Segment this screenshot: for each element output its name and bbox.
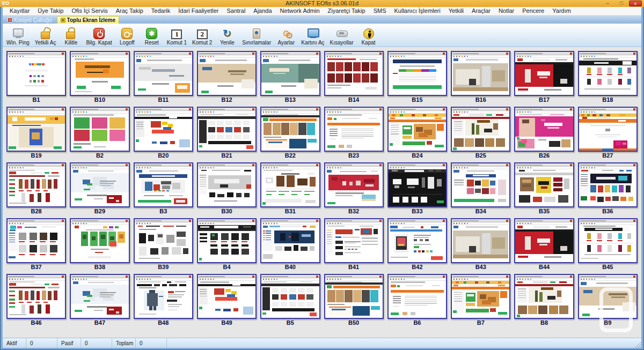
screen-thumbnail[interactable] [197, 107, 257, 152]
screen-thumbnail[interactable] [134, 107, 193, 152]
screen-thumbnail[interactable] [578, 51, 638, 96]
komut-2-button[interactable]: 2Komut 2 [189, 29, 215, 46]
site-block [241, 244, 248, 247]
kart-n-a--button[interactable]: Kartını Aç [298, 27, 327, 46]
screen-thumbnail[interactable] [70, 274, 129, 319]
bilg-kapat-button[interactable]: Bilg. Kapat [83, 27, 114, 46]
tab-close-icon[interactable]: × [8, 18, 12, 23]
site-block [266, 230, 272, 231]
screen-thumbnail[interactable] [514, 274, 574, 319]
screen-thumbnail[interactable] [134, 274, 193, 319]
menu-item-ajanda[interactable]: Ajanda [250, 7, 275, 15]
site-block [522, 180, 531, 183]
menu-item--ye-takip[interactable]: Üye Takip [34, 7, 67, 15]
screen-thumbnail[interactable] [324, 218, 384, 263]
komut-1-button[interactable]: 1Komut 1 [164, 29, 189, 46]
menu-item-ara-lar[interactable]: Araçlar [468, 7, 494, 15]
kilitle-button[interactable]: Kilitle [58, 27, 83, 46]
menu-item-kay-tlar[interactable]: Kayıtlar [6, 7, 33, 15]
screen-thumbnail[interactable] [514, 162, 574, 207]
screen-thumbnail[interactable] [260, 218, 320, 263]
minimize-button[interactable]: – [601, 1, 614, 6]
screen-thumbnail[interactable] [134, 51, 193, 96]
win-ping-button[interactable]: Win. Ping [4, 27, 32, 46]
screen-thumbnail[interactable] [324, 162, 384, 207]
menu-item-tedarik[interactable]: Tedarik [148, 7, 174, 15]
screen-thumbnail[interactable] [324, 107, 384, 152]
screen-thumbnail[interactable] [514, 51, 574, 96]
yetkili-a--button[interactable]: Yetkili Aç [32, 27, 59, 46]
site-block [162, 247, 169, 255]
screen-thumbnail[interactable] [578, 162, 638, 207]
screen-thumbnail[interactable] [451, 107, 510, 152]
site-block [476, 125, 479, 135]
site-block [605, 197, 611, 201]
bookmark-dot-icon [393, 56, 394, 57]
screen-thumbnail[interactable] [134, 218, 193, 263]
thumb-browser-chrome [198, 52, 255, 55]
menu-item-ofis-i-i-servis[interactable]: Ofis İçi Servis [68, 7, 111, 15]
menu-item-ara-takip[interactable]: Araç Takip [112, 7, 147, 15]
screen-thumbnail[interactable] [6, 218, 66, 263]
screen-thumbnail[interactable] [451, 218, 510, 263]
k-sayollar-button[interactable]: Kısayollar [327, 27, 356, 46]
site-block [266, 233, 272, 233]
menu-item-network-admin[interactable]: Network Admin [276, 7, 324, 15]
screen-thumbnail[interactable] [387, 274, 447, 319]
screen-thumbnail[interactable] [197, 51, 257, 96]
tab-close-icon[interactable]: × [61, 18, 65, 23]
screen-thumbnail[interactable] [578, 274, 638, 319]
screen-thumbnail[interactable] [387, 107, 447, 152]
menu-item-sms[interactable]: SMS [370, 7, 390, 15]
menu-item-yetkili[interactable]: Yetkili [445, 7, 467, 15]
screen-thumbnail[interactable] [197, 274, 257, 319]
screen-thumbnail[interactable] [6, 162, 66, 207]
menu-item-yard-m[interactable]: Yardım [548, 7, 575, 15]
screen-thumbnail[interactable] [260, 51, 320, 96]
screen-thumbnail[interactable] [514, 107, 574, 152]
screen-thumbnail[interactable] [578, 218, 638, 263]
screen-thumbnail[interactable] [70, 107, 129, 152]
screen-thumbnail[interactable] [451, 274, 510, 319]
menu-item-ziyaret-i-takip[interactable]: Ziyaretçi Takip [324, 7, 369, 15]
screen-thumbnail[interactable] [514, 218, 574, 263]
screen-thumbnail[interactable] [6, 51, 66, 96]
screen-thumbnail[interactable] [197, 218, 257, 263]
menu-item-pencere[interactable]: Pencere [518, 7, 548, 15]
maximize-button[interactable]: □ [615, 1, 628, 6]
yenile-button[interactable]: ↻Yenile [215, 27, 239, 46]
screen-cell: B29 [70, 162, 129, 215]
screen-thumbnail[interactable] [260, 162, 320, 207]
screen-thumbnail[interactable] [70, 51, 129, 96]
screen-thumbnail[interactable] [260, 107, 320, 152]
screen-thumbnail[interactable] [451, 51, 510, 96]
screen-thumbnail[interactable] [6, 274, 66, 319]
tab-k-sayol-ubu-u[interactable]: ×Kısayol Çubuğu [4, 16, 55, 24]
tab-toplu-ekran-i-zleme[interactable]: ×Toplu Ekran İzleme [57, 16, 119, 24]
screen-thumbnail[interactable] [260, 274, 320, 319]
screen-thumbnail[interactable] [324, 274, 384, 319]
reset-button[interactable]: ✱Reset [140, 27, 164, 46]
menu-item-i-dari-faaliyetler[interactable]: İdari Faaliyetler [174, 7, 222, 15]
kapat-button[interactable]: Kapat [356, 28, 381, 46]
logoff-button[interactable]: Logoff [115, 27, 140, 46]
resize-grip[interactable] [635, 341, 641, 348]
screen-thumbnail[interactable] [70, 218, 129, 263]
ayarlar-button[interactable]: ⚙Ayarlar [274, 27, 298, 46]
screen-thumbnail[interactable] [70, 162, 129, 207]
menu-item-santral[interactable]: Santral [223, 7, 249, 15]
menu-item-notlar[interactable]: Notlar [495, 7, 518, 15]
screen-thumbnail[interactable] [324, 51, 384, 96]
screen-thumbnail[interactable] [197, 162, 257, 207]
screen-thumbnail[interactable] [451, 162, 510, 207]
screen-thumbnail[interactable] [387, 51, 447, 96]
screen-thumbnail[interactable] [387, 162, 447, 207]
screen-thumbnail[interactable] [134, 162, 193, 207]
menu-item-kullan-c-i-lemleri[interactable]: Kullanıcı İşlemleri [391, 7, 444, 15]
screen-thumbnail[interactable] [578, 107, 638, 152]
close-button[interactable]: × [629, 1, 642, 6]
site-block [281, 85, 296, 87]
screen-thumbnail[interactable] [6, 107, 66, 152]
s-n-rlamalar-button[interactable]: Sınırlamalar [239, 27, 274, 46]
screen-thumbnail[interactable] [387, 218, 447, 263]
